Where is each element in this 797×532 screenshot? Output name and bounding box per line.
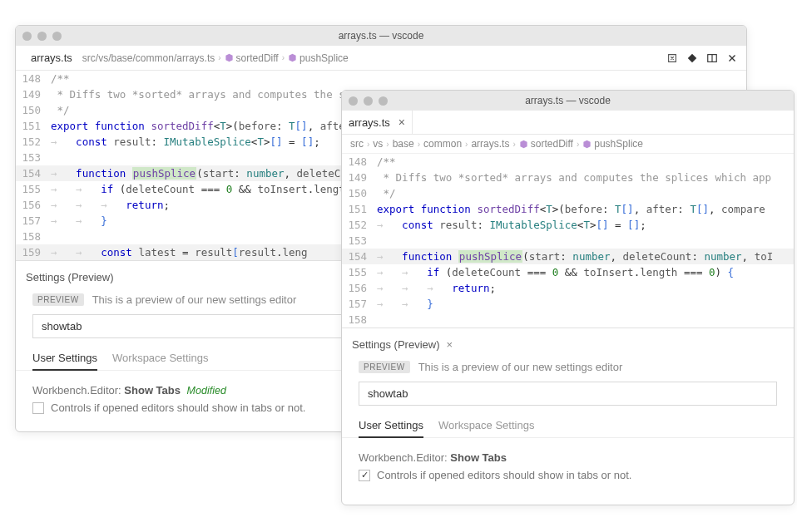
code-content[interactable]: * Diffs two *sorted* arrays and computes… [377,170,794,185]
code-content[interactable]: /** [377,154,794,170]
breadcrumb-item[interactable]: common [423,138,462,150]
tab-group: arrays.ts src/vs/base/common/arrays.ts ›… [24,47,349,69]
breadcrumb-sep: › [386,140,389,149]
code-line[interactable]: 149 * Diffs two *sorted* arrays and comp… [342,170,794,185]
close-dot[interactable] [22,32,32,41]
modified-badge: Modified [187,385,226,397]
preview-text: This is a preview of our new settings ed… [92,293,297,306]
setting-label: Workbench.Editor: Show Tabs [359,451,777,464]
tab-user-settings[interactable]: User Settings [359,414,423,438]
line-number: 155 [342,264,377,280]
source-icon[interactable] [686,52,698,64]
line-number: 148 [342,154,377,170]
settings-title: Settings (Preview) × [342,335,794,357]
function-icon [288,53,297,62]
line-number: 150 [342,185,377,201]
preview-badge: PREVIEW [359,361,410,373]
code-line[interactable]: 148/** [16,71,746,86]
breadcrumb-sep: › [218,53,220,62]
window-title: arrays.ts — vscode [342,95,794,106]
code-line[interactable]: 156→ → → return; [342,280,794,296]
tab-workspace-settings[interactable]: Workspace Settings [112,347,208,370]
zoom-dot[interactable] [52,32,62,41]
settings-tabs: User Settings Workspace Settings [342,414,794,438]
line-number: 149 [16,86,51,102]
close-dot[interactable] [349,96,358,106]
breadcrumb-symbol[interactable]: sortedDiff [225,52,279,64]
settings-panel: Settings (Preview) × PREVIEW This is a p… [342,328,794,496]
code-line[interactable]: 152→ const result: IMutableSplice<T>[] =… [342,217,794,233]
code-line[interactable]: 158 [342,312,794,328]
code-content[interactable]: → const result: IMutableSplice<T>[] = []… [377,217,794,233]
breadcrumb-sep: › [282,53,285,62]
line-number: 157 [342,296,377,312]
close-icon[interactable] [726,52,738,64]
breadcrumb-item[interactable]: sortedDiff [519,138,573,150]
line-number: 151 [342,201,377,217]
tab-label: arrays.ts [31,52,72,64]
breadcrumb-sep: › [577,140,579,149]
code-line[interactable]: 154→ function pushSplice(start: number, … [342,249,794,264]
breadcrumb-sep: › [418,140,420,149]
settings-search-input[interactable]: showtab [359,382,777,406]
breadcrumb: src›vs›base›common›arrays.ts›sortedDiff›… [342,135,794,154]
tab-user-settings[interactable]: User Settings [32,347,97,371]
code-content[interactable]: → → } [377,296,794,312]
line-number: 148 [16,71,51,86]
function-icon [519,140,528,149]
function-icon [582,140,592,149]
code-content[interactable] [377,312,794,328]
preview-row: PREVIEW This is a preview of our new set… [342,357,794,382]
line-number: 156 [16,197,51,213]
line-number: 155 [16,181,51,197]
code-content[interactable]: → → → return; [377,280,794,296]
code-line[interactable]: 153 [342,233,794,249]
code-content[interactable] [377,233,794,249]
editor-actions [666,52,738,64]
tab-close-icon[interactable]: × [398,116,405,129]
code-content[interactable]: → function pushSplice(start: number, del… [377,249,794,264]
checkbox-show-tabs[interactable]: ✓ [359,470,370,481]
tab-label: arrays.ts [349,116,390,129]
checkbox-show-tabs[interactable] [32,402,44,414]
code-content[interactable]: */ [377,185,794,201]
line-number: 156 [342,280,377,296]
breadcrumb-symbol[interactable]: pushSplice [288,52,349,64]
tab-workspace-settings[interactable]: Workspace Settings [438,414,534,437]
breadcrumb-item[interactable]: vs [373,138,383,150]
breadcrumb-path[interactable]: src/vs/base/common/arrays.ts [82,52,215,64]
code-line[interactable]: 157→ → } [342,296,794,312]
line-number: 152 [342,217,377,233]
code-line[interactable]: 150 */ [342,185,794,201]
preview-text: This is a preview of our new settings ed… [418,361,623,373]
titlebar[interactable]: arrays.ts — vscode [342,91,794,111]
split-icon[interactable] [706,52,718,64]
breadcrumb-item[interactable]: base [393,138,414,150]
function-icon [225,53,234,62]
code-content[interactable]: export function sortedDiff<T>(before: T[… [377,201,794,217]
window-front: arrays.ts — vscode arrays.ts × src›vs›ba… [341,90,795,505]
code-line[interactable]: 148/** [342,154,794,170]
code-editor[interactable]: 148/**149 * Diffs two *sorted* arrays an… [342,154,794,328]
breadcrumb-item[interactable]: arrays.ts [471,138,509,150]
code-line[interactable]: 151export function sortedDiff<T>(before:… [342,201,794,217]
minimize-dot[interactable] [364,96,373,106]
code-line[interactable]: 155→ → if (deleteCount === 0 && toInsert… [342,264,794,280]
minimize-dot[interactable] [37,32,47,41]
line-number: 157 [16,213,51,229]
breadcrumb-item[interactable]: pushSplice [582,138,643,150]
line-number: 154 [16,165,51,181]
line-number: 153 [342,233,377,249]
compare-icon[interactable] [666,52,678,64]
breadcrumb: src/vs/base/common/arrays.ts › sortedDif… [79,52,349,64]
code-content[interactable]: → → if (deleteCount === 0 && toInsert.le… [377,264,794,280]
settings-close-icon[interactable]: × [446,338,453,351]
tab-arrays[interactable]: arrays.ts × [342,111,413,134]
breadcrumb-item[interactable]: src [350,138,364,150]
code-content[interactable]: /** [51,71,746,86]
zoom-dot[interactable] [379,96,388,106]
tab-arrays[interactable]: arrays.ts [24,47,79,69]
titlebar[interactable]: arrays.ts — vscode [16,26,746,46]
window-title: arrays.ts — vscode [16,30,746,42]
line-number: 158 [16,229,51,244]
